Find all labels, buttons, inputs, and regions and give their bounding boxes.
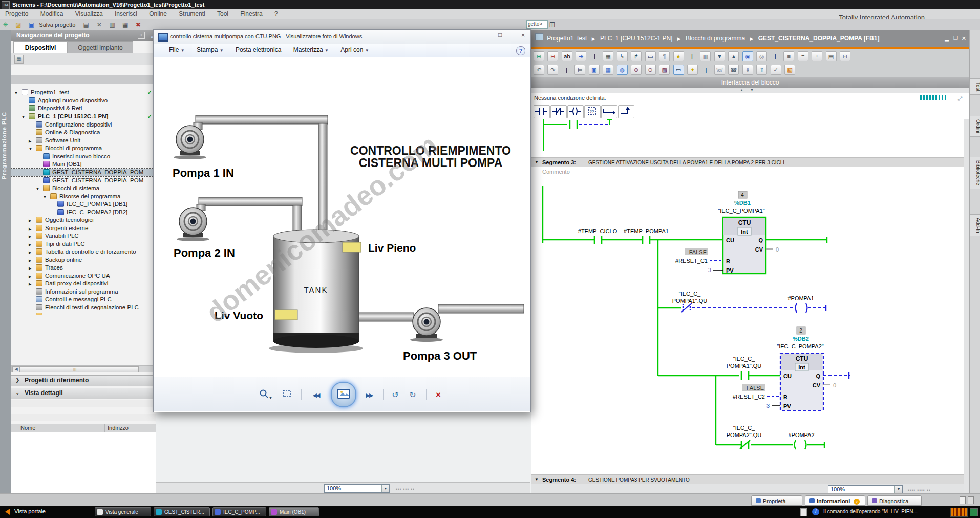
monitor-glasses-icon[interactable]: ◉ [742,51,753,61]
favorite-no-contact[interactable] [534,105,550,118]
viewer-help-icon[interactable]: ? [516,46,525,55]
tree-item-iec-c-pompa1[interactable]: IEC_C_POMPA1 [DB1] [11,200,155,208]
consistency-icon[interactable]: ✓ [771,65,781,75]
comment-bubble-icon[interactable]: ◍ [617,65,628,75]
binoculars-icon[interactable]: ◫ [548,20,557,28]
tree-item-oggetti-tecnologici[interactable]: ▶Oggetti tecnologici [11,216,155,224]
favorite-close-branch[interactable] [618,105,634,118]
tab-oggetti-impianto[interactable]: Oggetti impianto [68,41,133,53]
segment3-comment[interactable]: Commento [531,167,969,180]
tree-item-variabili-plc[interactable]: ▶Variabili PLC [11,232,155,240]
print-icon[interactable]: ▤ [82,20,91,29]
tab-dispositivi[interactable]: Dispositivi [13,41,68,53]
dropdown-arrow-icon[interactable]: ▼ [381,485,389,492]
tree-item-software-unit[interactable]: ▶Software Unit [11,137,155,144]
save-project-button[interactable]: Salva progetto [39,22,75,28]
block-interface-bar[interactable]: Interfaccia del blocco [531,77,969,88]
upload-icon[interactable]: ▲ [728,51,739,61]
tab-informazioni[interactable]: Informazioni i [805,495,865,506]
taskbar-gest-cisterna[interactable]: GEST_CISTER... [154,507,210,516]
tree-item-aggiungi-dispositivo[interactable]: Aggiungi nuovo dispositivo [11,97,155,105]
tree-item-controlli-messaggi[interactable]: Controlli e messaggi PLC [11,296,155,303]
tree-item-gest-cisterna-db[interactable]: GEST_CISTERNA_DOPPIA_POM [11,177,155,184]
ff-logic-icon[interactable]: ▦ [603,51,613,61]
favorite-coil[interactable] [567,105,584,118]
insert-row-icon[interactable]: ▣ [589,65,600,75]
segment4-header[interactable]: ▼ Segmento 4: GESTIONE POMPA3 PER SVUOTA… [531,474,969,485]
tree-item-iec-c-pompa2[interactable]: IEC_C_POMPA2 [DB2] [11,209,155,216]
tree-horizontal-scrollbar[interactable]: ◀ ||| [11,365,156,372]
editor-zoom-select[interactable]: 100% ▼ [828,485,903,493]
open-project-icon[interactable]: ▨ [14,20,23,29]
rotate-ccw-button[interactable]: ↺ [388,388,402,402]
menu-tool[interactable]: Tool [212,9,233,18]
collapse-segment-icon[interactable]: ▼ [535,475,539,484]
comment-icon[interactable]: ¶ [659,51,670,61]
cut-icon[interactable]: ✕ [95,20,103,29]
search-project-input[interactable]: getto> [526,20,548,29]
viewer-menu-file[interactable]: File ▼ [164,44,190,53]
rename-icon[interactable]: ab [562,51,572,61]
tree-item-elenchi-testi[interactable]: Elenchi di testi di segnalazione PLC [11,304,155,312]
menu-modifica[interactable]: Modifica [35,9,69,18]
delete-icon[interactable]: ✖ [134,20,143,29]
delete-network-icon[interactable]: ⊟ [547,51,558,61]
editor-close-icon[interactable]: ✕ [962,30,966,47]
tree-item-blocchi-sistema[interactable]: ▼Blocchi di sistema [11,184,155,192]
tree-item-partial[interactable] [11,312,155,315]
paste-icon[interactable]: ▦ [121,20,130,29]
menu-strumenti[interactable]: Strumenti [174,9,210,18]
taskbar-vista-generale[interactable]: Vista generale [95,507,151,516]
tree-item-traces[interactable]: ▶Traces [11,264,155,272]
go-online-icon[interactable]: ☏ [714,65,725,75]
dropdown-arrow-icon[interactable]: ▼ [894,486,902,493]
viewer-minimize-button[interactable]: — [471,32,482,39]
tree-item-blocchi-programma[interactable]: ▼Blocchi di programma [11,144,155,152]
panel-vista-dettagli[interactable]: ⌄ Vista dettagli [11,388,156,399]
breadcrumb-plc[interactable]: PLC_1 [CPU 1512C-1 PN] [600,35,672,42]
splitter-up-icon[interactable]: ▲ [740,88,743,92]
network-comments-icon[interactable]: ▤ [826,51,837,61]
redo-icon[interactable]: ↷ [547,65,558,75]
taskbar-main-ob1[interactable]: Main (OB1) [269,507,319,516]
menu-help[interactable]: ? [269,9,283,18]
tree-item-gest-cisterna-fb[interactable]: GEST_CISTERNA_DOPPIA_POM [11,169,155,176]
favorite-empty-box[interactable]: ?? [584,105,601,118]
tree-item-main-ob1[interactable]: Main [OB1] [11,160,155,168]
tree-item-backup-online[interactable]: ▶Backup online [11,256,155,264]
tree-item-risorse-programma[interactable]: ▼Risorse del programma [11,193,155,200]
menu-finestra[interactable]: Finestra [235,9,267,18]
menu-progetto[interactable]: Progetto [0,9,33,18]
highlight-icon[interactable]: ▭ [673,65,684,75]
breadcrumb-blocks[interactable]: Blocchi di programma [686,35,745,42]
favorite-nc-contact[interactable] [550,105,567,118]
download-icon[interactable]: ▼ [714,51,725,61]
rung1[interactable]: #TEMP_CICLO #TEMP_POMPA1 [543,186,723,376]
menu-visualizza[interactable]: Visualizza [70,9,108,18]
tree-item-tipi-dati[interactable]: ▶Tipi di dati PLC [11,240,155,248]
viewer-maximize-button[interactable]: □ [495,32,505,39]
viewer-close-button[interactable]: × [518,32,528,39]
portal-view-arrow-icon[interactable] [5,509,10,515]
fit-to-window-button[interactable] [280,388,294,402]
insert-network-icon[interactable]: ⊞ [534,51,544,61]
block-back-icon[interactable] [535,33,543,40]
editor-minimize-icon[interactable]: ▁ [945,30,949,47]
rung2[interactable]: "IEC_C_ POMPA1".QU #POMPA1 [658,291,827,313]
menu-online[interactable]: Online [144,9,172,18]
menu-inserisci[interactable]: Inserisci [110,9,142,18]
list-icon[interactable] [968,496,974,504]
rung3[interactable]: "IEC_C_ POMPA1".QU [658,356,780,445]
absolute-operands-icon[interactable]: ± [812,51,822,61]
viewer-menu-posta[interactable]: Posta elettronica [230,44,286,53]
open-branch-icon[interactable]: ↳ [617,51,628,61]
collapse-segment-icon[interactable]: ▼ [535,158,539,167]
undo-icon[interactable]: ↶ [534,65,544,75]
breadcrumb-current-block[interactable]: GEST_CISTERNA_DOPPIA_POMPA [FB1] [758,35,880,42]
collapse-all-icon[interactable]: = [798,51,808,61]
copy-icon[interactable]: ▥ [108,20,117,29]
column-nome[interactable]: Nome [20,425,35,431]
rung4[interactable]: "IEC_C_ POMPA2".QU #POMPA2 [716,425,825,449]
stop-monitor-icon[interactable]: ◎ [756,51,767,61]
tree-item-inserisci-blocco[interactable]: Inserisci nuovo blocco [11,153,155,160]
